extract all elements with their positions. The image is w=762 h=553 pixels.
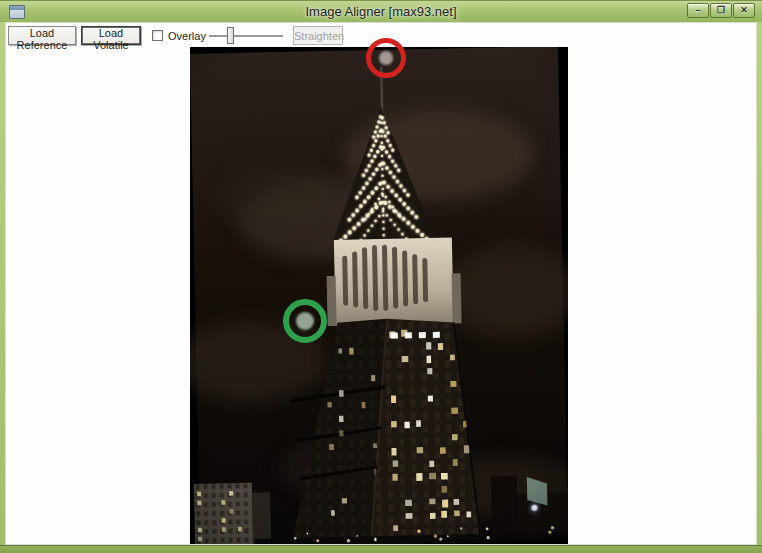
slider-track [209,35,283,37]
window-title: Image Aligner [max93.net] [0,4,762,19]
reference-point-marker[interactable] [366,38,406,78]
client-area: Load Reference Load Volatile Overlay Str… [5,22,757,545]
minimize-button[interactable]: – [687,3,709,18]
overlay-checkbox[interactable] [152,30,163,41]
straighten-button: Straighten [293,26,343,45]
load-reference-button[interactable]: Load Reference [8,26,76,45]
overlay-checkbox-label: Overlay [168,30,206,42]
volatile-point-marker[interactable] [283,299,327,343]
window-bottom-frame [0,545,762,553]
vignette-overlay [190,47,568,544]
reference-point-dot [379,51,393,65]
image-canvas[interactable] [5,22,757,545]
load-volatile-button[interactable]: Load Volatile [81,26,141,45]
volatile-point-dot [296,312,314,330]
overlay-opacity-slider[interactable] [209,26,283,45]
close-button[interactable]: ✕ [733,3,755,18]
window-controls: – ❐ ✕ [687,3,755,18]
app-window: Image Aligner [max93.net] – ❐ ✕ [0,0,762,553]
night-photo-image [190,47,568,544]
slider-thumb[interactable] [227,27,234,44]
photo-chrysler-building[interactable] [190,47,568,544]
maximize-button[interactable]: ❐ [710,3,732,18]
titlebar[interactable]: Image Aligner [max93.net] – ❐ ✕ [0,0,762,22]
